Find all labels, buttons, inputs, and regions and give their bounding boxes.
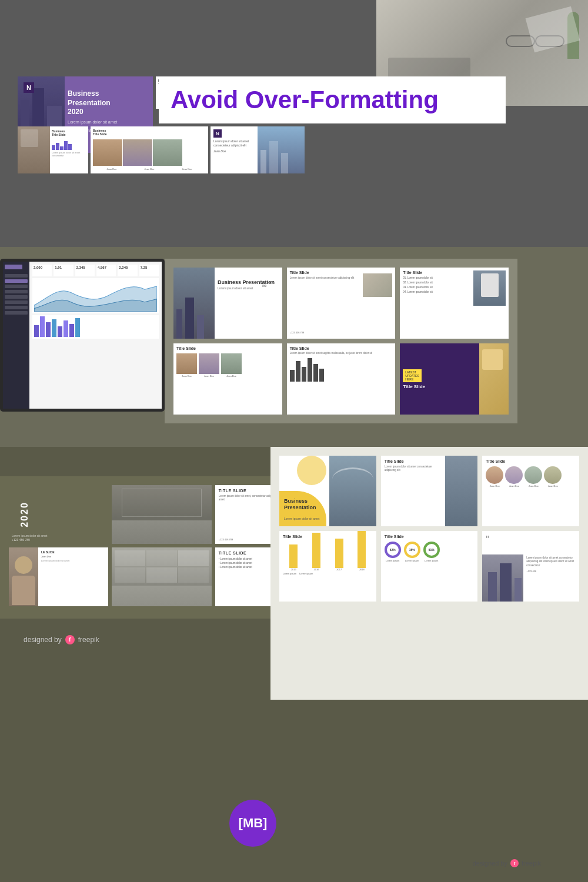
bar-5 <box>58 326 62 337</box>
person-photo-1 <box>176 353 197 374</box>
person-slide: LE SLIDE Jean Doe Lorem ipsum dolor sit … <box>9 547 108 606</box>
right-panel: BusinessPresentation Lorem ipsum dolor s… <box>270 447 588 700</box>
chart-bar-4 <box>308 358 312 382</box>
yellow-shape-2 <box>297 456 326 485</box>
sidebar-item-3 <box>5 285 28 288</box>
yellow-bar-2017: 2017 <box>328 539 350 571</box>
person-name-1: Jean Doe <box>176 375 197 377</box>
stat-num-6: 7.25 <box>141 266 158 269</box>
right-designed-by: designed by f freepik <box>473 859 541 867</box>
business-title-slide-1: BusinessTitle Slide Lorem ipsum dolor si… <box>18 126 88 173</box>
stat-5: 2,245 <box>118 265 137 276</box>
preview-grid: N Business Presentation Lorem ipsum dolo… <box>173 268 509 415</box>
chart-bar-1 <box>290 370 295 382</box>
stats-row: 2,000 1.91 2,345 4,567 2,245 7.25 <box>32 265 159 276</box>
bar-4 <box>52 319 56 337</box>
city-slide-text: Lorem ipsum dolor sit amet consecteteur … <box>213 139 256 153</box>
presentation-subtitle: Lorem ipsum dolor sit amet <box>68 119 117 125</box>
donut-circle-1: 62% <box>385 542 401 558</box>
chart-bar-3 <box>302 367 306 382</box>
area-chart <box>32 278 159 313</box>
interior-slide <box>112 485 211 544</box>
freepik-icon-right: f <box>510 859 519 867</box>
preview-slide-title-2: Title Slide Lorem ipsum dolor sit amet c… <box>287 268 396 339</box>
preview-slide-people: Title Slide Jean Doe Jean Doe Jean Doe <box>173 343 282 415</box>
right-designed-text: designed by <box>473 860 507 867</box>
sidebar-item-4 <box>5 290 28 293</box>
person-photo-2 <box>199 353 219 374</box>
person-2: Jean Doe <box>199 353 219 377</box>
yellow-photo-1 <box>486 466 503 484</box>
preview-slide-cover: N Business Presentation Lorem ipsum dolo… <box>173 268 282 339</box>
stat-num-5: 2,245 <box>119 266 136 269</box>
stat-num-4: 4,567 <box>98 266 115 269</box>
bar-2015-fill <box>289 544 298 568</box>
freepik-icon-footer: f <box>65 635 75 644</box>
yellow-person-2: Jean Doe <box>505 466 523 487</box>
person-name-3: Jean Doe <box>221 375 242 377</box>
legend-2: Lorem ipsum <box>299 572 313 575</box>
yellow-title-slide: Title Slide Lorem ipsum dolor sit amet c… <box>381 456 478 526</box>
donut-2: 15% Lorem Ipsum <box>404 542 420 562</box>
stat-2: 1.91 <box>54 265 73 276</box>
people-row: Jean Doe Jean Doe Jean Doe <box>176 353 279 377</box>
person-slide-title: LE SLIDE <box>41 550 106 554</box>
bar-2018-fill <box>358 531 366 568</box>
donut-value-3: 51% <box>429 548 435 552</box>
yellow-person-4: Jean Doe <box>544 466 562 487</box>
donut-label-1: Lorem Ipsum <box>385 559 401 562</box>
designed-by-footer: designed by f freepik <box>24 635 99 644</box>
people-title: Title Slide <box>176 346 279 350</box>
quote-image <box>482 554 523 602</box>
yellow-person-3: Jean Doe <box>524 466 542 487</box>
yellow-name-4: Jean Doe <box>544 485 562 487</box>
yellow-name-3: Jean Doe <box>524 485 542 487</box>
chart-bar-6 <box>319 369 324 382</box>
num-item-text-1: Lorem ipsum dolor sit <box>407 276 433 279</box>
cover-slide-text: Business Presentation Lorem ipsum dolor … <box>218 279 279 290</box>
yellow-bar-2018: 2018 <box>351 531 373 571</box>
yellow-photo-4 <box>544 466 562 484</box>
yellow-people-slide: Title Slide Jean Doe Jean Doe Jean Doe J… <box>482 456 579 526</box>
yellow-cover-subtitle: Lorem ipsum dolor sit amet <box>284 517 319 520</box>
freepik-footer-label: freepik <box>78 636 99 644</box>
year-2015: 2015 <box>283 568 305 571</box>
right-freepik-label: freepik <box>522 860 541 867</box>
sidebar-item-1 <box>5 274 28 278</box>
donut-value-2: 15% <box>409 548 415 552</box>
n-badge-city: N <box>213 129 222 138</box>
year-slide: 2020 Lorem ipsum dolor sit amet +123 456… <box>9 485 108 544</box>
donut-circle-3: 51% <box>423 542 440 558</box>
designed-by-text: designed by <box>24 636 62 644</box>
donut-1: 62% Lorem Ipsum <box>385 542 401 562</box>
accent-label: LATESTUPDATESHERE <box>403 369 421 382</box>
year-text: 2020 <box>19 502 30 527</box>
title-image-2 <box>363 273 392 297</box>
chart-title: Title Slide <box>290 346 393 350</box>
dashboard: 2,000 1.91 2,345 4,567 2,245 7.25 <box>3 262 162 409</box>
text-section-1: BusinessTitle Slide Lorem ipsum dolor si… <box>52 129 86 157</box>
title-var-phone: +123 456 789 <box>219 538 233 541</box>
year-2018: 2018 <box>351 568 373 571</box>
mb-logo-text: [MB] <box>239 816 268 831</box>
stat-1: 2,000 <box>32 265 52 276</box>
bar-7 <box>69 324 74 337</box>
person-1: Jean Doe <box>176 353 197 377</box>
bar-2017-fill <box>335 539 343 568</box>
yellow-quote-slide: " Lorem ipsum dolor sit amet consectetur… <box>482 531 579 602</box>
yellow-name-2: Jean Doe <box>505 485 523 487</box>
preview-slide-accent: LATESTUPDATESHERE Title Slide <box>400 343 509 415</box>
donut-label-3: Lorem Ipsum <box>423 559 440 562</box>
photo-section <box>18 126 50 173</box>
yellow-title-image <box>445 456 477 526</box>
yellow-cover: BusinessPresentation Lorem ipsum dolor s… <box>279 456 376 526</box>
year-2016: 2016 <box>306 568 328 571</box>
bar-legend: Lorem ipsum Lorem ipsum <box>283 572 373 575</box>
bar-6 <box>64 320 68 337</box>
yellow-arch-image <box>329 456 376 526</box>
chart-body: Lorem ipsum dolor sit amet sagittis male… <box>290 352 393 355</box>
chart-bar-2 <box>296 361 300 382</box>
slides-grid-1: 2020 Lorem ipsum dolor sit amet +123 456… <box>9 485 315 544</box>
tablet-main: 2,000 1.91 2,345 4,567 2,245 7.25 <box>29 262 162 409</box>
bar-1 <box>34 325 39 337</box>
